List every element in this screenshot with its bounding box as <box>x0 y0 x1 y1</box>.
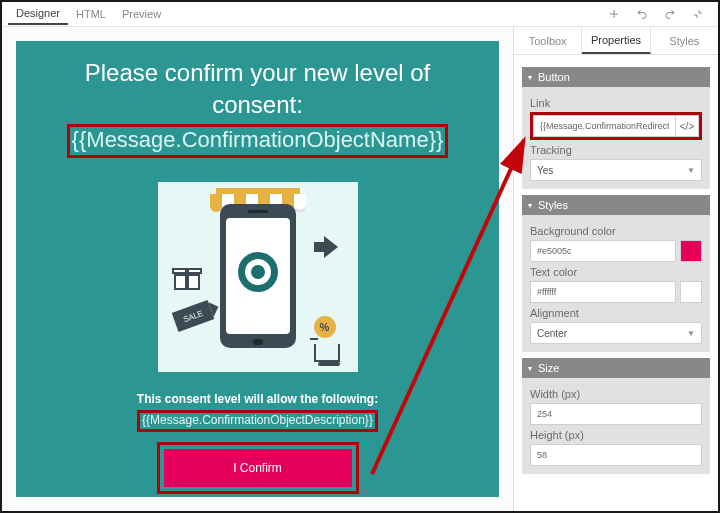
field-label-textcolor: Text color <box>530 266 702 278</box>
gift-icon <box>174 266 200 290</box>
chevron-down-icon: ▾ <box>528 73 532 82</box>
page-title: Please confirm your new level of consent… <box>16 51 499 124</box>
megaphone-icon <box>314 236 340 258</box>
textcolor-input[interactable] <box>530 281 676 303</box>
chevron-down-icon: ▼ <box>687 166 695 175</box>
side-tab-properties[interactable]: Properties <box>582 27 650 54</box>
textcolor-swatch[interactable] <box>680 281 702 303</box>
sub-text: This consent level will allow the follow… <box>16 392 499 406</box>
alignment-select-value: Center <box>537 328 567 339</box>
link-field-highlight: </> <box>530 112 702 140</box>
designer-canvas[interactable]: Please confirm your new level of consent… <box>2 27 513 511</box>
tab-html[interactable]: HTML <box>68 4 114 24</box>
chevron-down-icon: ▼ <box>687 329 695 338</box>
alignment-select[interactable]: Center▼ <box>530 322 702 344</box>
field-label-alignment: Alignment <box>530 307 702 319</box>
section-header-size-label: Size <box>538 362 559 374</box>
link-input[interactable] <box>533 115 675 137</box>
merge-name-token[interactable]: {{Message.ConfirmationObjectName}} <box>72 127 444 152</box>
merge-desc-highlight: {{Message.ConfirmationObjectDescription}… <box>137 410 378 432</box>
code-button[interactable]: </> <box>675 115 699 137</box>
confirm-button-highlight: I Confirm <box>157 442 359 494</box>
merge-desc-token[interactable]: {{Message.ConfirmationObjectDescription}… <box>142 413 373 427</box>
add-icon[interactable] <box>600 2 628 26</box>
merge-name-highlight: {{Message.ConfirmationObjectName}} <box>67 124 449 158</box>
confirm-button[interactable]: I Confirm <box>164 449 352 487</box>
tab-designer[interactable]: Designer <box>8 3 68 25</box>
width-input[interactable] <box>530 403 702 425</box>
title-line1: Please confirm your new level of <box>85 59 431 86</box>
tab-preview[interactable]: Preview <box>114 4 169 24</box>
chevron-down-icon: ▾ <box>528 201 532 210</box>
field-label-height: Height (px) <box>530 429 702 441</box>
percent-icon: % <box>314 316 336 338</box>
hero-image[interactable]: SALE % <box>158 182 358 372</box>
sale-tag-icon: SALE <box>171 300 214 332</box>
field-label-bgcolor: Background color <box>530 225 702 237</box>
section-header-styles-label: Styles <box>538 199 568 211</box>
side-tab-toolbox[interactable]: Toolbox <box>514 27 582 54</box>
bgcolor-swatch[interactable] <box>680 240 702 262</box>
tracking-select-value: Yes <box>537 165 553 176</box>
redo-icon[interactable] <box>656 2 684 26</box>
section-header-button[interactable]: ▾Button <box>522 67 710 87</box>
tracking-select[interactable]: Yes▼ <box>530 159 702 181</box>
field-label-width: Width (px) <box>530 388 702 400</box>
section-header-styles[interactable]: ▾Styles <box>522 195 710 215</box>
section-header-button-label: Button <box>538 71 570 83</box>
section-header-size[interactable]: ▾Size <box>522 358 710 378</box>
field-label-link: Link <box>530 97 702 109</box>
title-line2: consent: <box>212 91 303 118</box>
undo-icon[interactable] <box>628 2 656 26</box>
chevron-down-icon: ▾ <box>528 364 532 373</box>
target-icon <box>238 252 278 292</box>
cart-icon <box>314 344 340 362</box>
height-input[interactable] <box>530 444 702 466</box>
field-label-tracking: Tracking <box>530 144 702 156</box>
bgcolor-input[interactable] <box>530 240 676 262</box>
collapse-icon[interactable] <box>684 2 712 26</box>
side-tab-styles[interactable]: Styles <box>651 27 718 54</box>
